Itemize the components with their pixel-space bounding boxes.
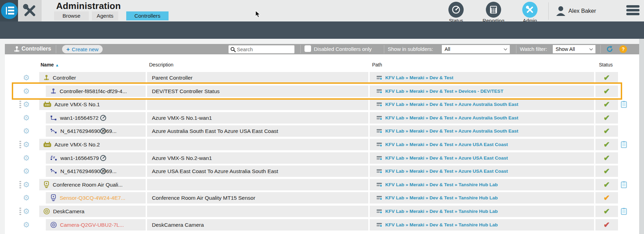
name-cell[interactable]: Controller-f8581f4c-df29-4... bbox=[46, 86, 146, 97]
disabled-controllers-checkbox[interactable] bbox=[304, 45, 311, 52]
gear-icon[interactable]: ⚙ bbox=[23, 126, 30, 136]
path-link[interactable]: KFV Lab » Meraki » Dev & Test » Azure Au… bbox=[385, 128, 518, 134]
drag-handle[interactable] bbox=[19, 208, 21, 215]
admin-nav-button[interactable] bbox=[522, 2, 538, 18]
name-cell[interactable]: Azure VMX-S No.1 bbox=[39, 99, 146, 110]
path-link[interactable]: KFV Lab » Meraki » Dev & Test » Devices … bbox=[385, 89, 503, 94]
table-row[interactable]: ⚙ Azure VMX-S No.2 KFV Lab » Meraki » De… bbox=[5, 139, 639, 150]
controller-name[interactable]: Camera-Q2GV-UBU2-7L... bbox=[60, 222, 124, 228]
search-input[interactable] bbox=[237, 45, 292, 53]
drag-handle[interactable] bbox=[19, 101, 21, 108]
controller-name[interactable]: Controller-f8581f4c-df29-4... bbox=[60, 88, 127, 94]
column-header-description[interactable]: Description bbox=[149, 62, 173, 68]
clipboard-icon[interactable] bbox=[621, 181, 627, 188]
table-row[interactable]: ⚙ wan1-16564579 Azure VMX-S No.2-wan1 KF… bbox=[5, 152, 639, 164]
path-link[interactable]: KFV Lab » Meraki » Dev & Test » Azure US… bbox=[385, 155, 508, 161]
column-header-path[interactable]: Path bbox=[372, 62, 382, 68]
admin-tools-icon[interactable] bbox=[18, 0, 42, 21]
column-header-name[interactable]: Name▲ bbox=[41, 62, 59, 68]
gear-icon[interactable]: ⚙ bbox=[23, 220, 30, 230]
tab-controllers[interactable]: Controllers bbox=[126, 11, 169, 20]
name-cell[interactable]: N_641762946900969... bbox=[46, 165, 146, 177]
gear-icon[interactable]: ⚙ bbox=[23, 166, 30, 176]
controller-name[interactable]: Sensor-Q3CQ-4W24-4E7... bbox=[60, 195, 126, 201]
path-link[interactable]: KFV Lab » Meraki » Dev & Test » Azure Au… bbox=[385, 115, 518, 120]
clipboard-icon[interactable] bbox=[621, 208, 627, 215]
path-link[interactable]: KFV Lab » Meraki » Dev & Test bbox=[385, 75, 453, 80]
path-link[interactable]: KFV Lab » Meraki » Dev & Test » Azure US… bbox=[385, 169, 508, 174]
table-row[interactable]: ⚙ Controller-f8581f4c-df29-4... DEV/TEST… bbox=[5, 86, 639, 97]
name-cell[interactable]: wan1-16564572 bbox=[46, 112, 146, 124]
subfolders-select[interactable]: All bbox=[442, 45, 510, 53]
drag-handle[interactable] bbox=[19, 181, 21, 188]
table-row[interactable]: ⚙ Conference Room Air Quali... KFV Lab »… bbox=[5, 179, 639, 190]
gear-icon[interactable]: ⚙ bbox=[23, 193, 30, 203]
name-cell[interactable]: Controller bbox=[39, 72, 146, 83]
controller-name[interactable]: Conference Room Air Quali... bbox=[53, 182, 123, 188]
tab-agents[interactable]: Agents bbox=[92, 11, 118, 20]
watch-filter-value: Show All bbox=[556, 46, 575, 52]
help-icon[interactable]: ? bbox=[619, 45, 627, 53]
name-cell[interactable]: DeskCamera bbox=[39, 206, 146, 217]
column-header-status[interactable]: Status bbox=[599, 62, 613, 68]
watch-filter-select[interactable]: Show All bbox=[553, 45, 595, 53]
status-check-icon: ✔ bbox=[603, 114, 610, 123]
description-cell bbox=[147, 99, 368, 110]
divider bbox=[516, 45, 516, 53]
table-row[interactable]: ⚙ wan1-16564572 Azure VMX-S No.1-wan1 KF… bbox=[5, 112, 639, 124]
clipboard-icon[interactable] bbox=[621, 101, 627, 108]
name-cell[interactable]: Camera-Q2GV-UBU2-7L... bbox=[46, 219, 146, 231]
description-cell: DeskCamera Camera bbox=[147, 219, 368, 231]
app-logo[interactable] bbox=[0, 0, 18, 21]
gear-icon[interactable]: ⚙ bbox=[23, 86, 30, 96]
gear-icon[interactable]: ⚙ bbox=[23, 180, 30, 190]
user-menu[interactable]: Alex Baker bbox=[568, 8, 596, 14]
controller-name[interactable]: wan1-16564579 bbox=[60, 155, 99, 161]
name-cell[interactable]: wan1-16564579 bbox=[46, 152, 146, 164]
table-row[interactable]: ⚙ N_641762946900969... Azure USA East Co… bbox=[5, 165, 639, 177]
name-cell[interactable]: Conference Room Air Quali... bbox=[39, 179, 146, 190]
controller-name[interactable]: Controller bbox=[53, 75, 76, 81]
reporting-nav-button[interactable] bbox=[486, 2, 501, 18]
path-link[interactable]: KFV Lab » Meraki » Dev & Test » Azure Au… bbox=[385, 102, 518, 107]
main-menu-icon[interactable] bbox=[626, 5, 639, 15]
path-link[interactable]: KFV Lab » Meraki » Dev & Test » Tanshire… bbox=[385, 222, 498, 227]
gear-icon[interactable]: ⚙ bbox=[23, 73, 30, 83]
name-cell[interactable]: Sensor-Q3CQ-4W24-4E7... bbox=[46, 192, 146, 204]
disabled-controllers-label[interactable]: Disabled Controllers only bbox=[314, 46, 372, 52]
path-cell: KFV Lab » Meraki » Dev & Test » Tanshire… bbox=[370, 219, 594, 231]
refresh-icon[interactable] bbox=[606, 45, 614, 53]
table-row[interactable]: ⚙ Sensor-Q3CQ-4W24-4E7... Conference Roo… bbox=[5, 192, 639, 204]
path-link[interactable]: KFV Lab » Meraki » Dev & Test » Tanshire… bbox=[385, 209, 498, 214]
controller-name[interactable]: N_641762946900969... bbox=[60, 128, 117, 134]
table-row[interactable]: ⚙ DeskCamera KFV Lab » Meraki » Dev & Te… bbox=[5, 206, 639, 217]
status-nav-button[interactable] bbox=[448, 2, 464, 18]
name-cell[interactable]: N_641762946900969... bbox=[46, 125, 146, 137]
gear-icon[interactable]: ⚙ bbox=[23, 113, 30, 123]
controller-name[interactable]: DeskCamera bbox=[53, 208, 84, 215]
subfolders-label: Show in subfolders: bbox=[388, 46, 433, 52]
name-cell[interactable]: Azure VMX-S No.2 bbox=[39, 139, 146, 150]
description-cell bbox=[147, 179, 368, 190]
device-path-icon bbox=[377, 75, 383, 80]
drag-handle[interactable] bbox=[19, 141, 21, 148]
gear-icon[interactable]: ⚙ bbox=[23, 99, 30, 109]
clipboard-icon[interactable] bbox=[621, 141, 627, 148]
table-row[interactable]: ⚙ Azure VMX-S No.1 KFV Lab » Meraki » De… bbox=[5, 99, 639, 110]
controller-name[interactable]: wan1-16564572 bbox=[60, 115, 98, 121]
tab-browse[interactable]: Browse bbox=[54, 11, 89, 20]
create-new-button[interactable]: + Create new bbox=[62, 45, 103, 53]
path-cell: KFV Lab » Meraki » Dev & Test » Tanshire… bbox=[370, 179, 594, 190]
controller-name[interactable]: Azure VMX-S No.2 bbox=[54, 142, 100, 148]
table-row[interactable]: ⚙ Controller Parent Controller KFV Lab »… bbox=[5, 72, 639, 83]
controller-name[interactable]: Azure VMX-S No.1 bbox=[54, 101, 100, 108]
gear-icon[interactable]: ⚙ bbox=[23, 153, 30, 163]
table-row[interactable]: ⚙ Camera-Q2GV-UBU2-7L... DeskCamera Came… bbox=[5, 219, 639, 231]
path-link[interactable]: KFV Lab » Meraki » Dev & Test » Tanshire… bbox=[385, 195, 498, 200]
table-row[interactable]: ⚙ N_641762946900969... Azure Australia S… bbox=[5, 125, 639, 137]
gear-icon[interactable]: ⚙ bbox=[23, 140, 30, 150]
gear-icon[interactable]: ⚙ bbox=[23, 206, 30, 216]
path-link[interactable]: KFV Lab » Meraki » Dev & Test » Tanshire… bbox=[385, 182, 498, 187]
controller-name[interactable]: N_641762946900969... bbox=[60, 168, 117, 174]
path-link[interactable]: KFV Lab » Meraki » Dev & Test » Azure US… bbox=[385, 142, 508, 147]
